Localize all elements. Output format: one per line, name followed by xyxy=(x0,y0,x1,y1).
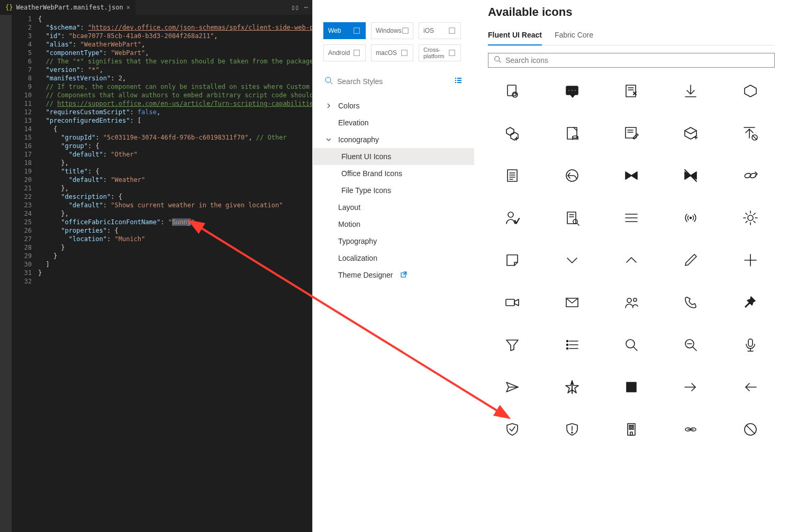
office-icon[interactable] xyxy=(622,420,641,439)
svg-point-56 xyxy=(508,212,513,217)
svg-point-80 xyxy=(627,298,631,302)
platform-tab-ios[interactable]: iOS xyxy=(419,22,461,39)
nav-item-localization[interactable]: Localization xyxy=(313,250,474,267)
platform-tab-crossplatform[interactable]: Cross- platform xyxy=(419,44,461,61)
send-icon[interactable] xyxy=(503,378,522,397)
svg-rect-24 xyxy=(626,85,636,97)
code-content[interactable]: { "$schema": "https://dev.office.com/jso… xyxy=(38,15,312,532)
video-icon[interactable] xyxy=(503,293,522,312)
tab-filename: WeatherWebPart.manifest.json xyxy=(16,4,123,11)
svg-rect-101 xyxy=(627,382,636,392)
list-icon[interactable] xyxy=(563,335,582,354)
upload-blocked-icon[interactable] xyxy=(741,124,760,143)
nav-item-theme-designer[interactable]: Theme Designer xyxy=(313,267,474,283)
platform-tab-macos[interactable]: macOS xyxy=(371,44,413,61)
svg-rect-94 xyxy=(748,339,753,346)
page-link-icon[interactable] xyxy=(503,81,522,100)
activity-feed-icon[interactable] xyxy=(563,81,582,100)
account-activity-icon[interactable] xyxy=(503,208,522,227)
tab-fluent-ui-react[interactable]: Fluent UI React xyxy=(488,27,542,45)
nav-item-motion[interactable]: Motion xyxy=(313,216,474,233)
page-search-icon[interactable] xyxy=(563,208,582,227)
phone-icon[interactable] xyxy=(681,293,700,312)
icon-grid xyxy=(488,79,775,441)
styles-search-input[interactable] xyxy=(337,77,450,86)
svg-point-85 xyxy=(566,344,568,346)
nav-item-layout[interactable]: Layout xyxy=(313,199,474,216)
svg-line-7 xyxy=(330,82,332,84)
forward-icon[interactable] xyxy=(681,378,700,397)
svg-point-65 xyxy=(690,217,692,219)
stop-solid-icon[interactable] xyxy=(622,378,641,397)
list-icon[interactable] xyxy=(454,76,463,87)
people-icon[interactable] xyxy=(622,293,641,312)
svg-rect-9 xyxy=(457,78,461,79)
package-add-icon[interactable] xyxy=(681,124,700,143)
svg-rect-112 xyxy=(632,428,633,429)
pinned-fill-icon[interactable] xyxy=(741,293,760,312)
split-editor-icon[interactable]: ▯▯ xyxy=(291,4,298,11)
styles-search[interactable] xyxy=(313,70,474,93)
text-document-icon[interactable] xyxy=(503,166,522,185)
mail-icon[interactable] xyxy=(563,293,582,312)
streaming-icon[interactable] xyxy=(681,208,700,227)
chevron-down-med-icon[interactable] xyxy=(563,251,582,270)
brightness-icon[interactable] xyxy=(741,208,760,227)
hexagon-icon[interactable] xyxy=(741,81,760,100)
svg-point-66 xyxy=(748,215,753,221)
nav-item-iconography[interactable]: Iconography xyxy=(313,131,474,148)
svg-rect-10 xyxy=(455,80,456,81)
nav-item-colors[interactable]: Colors xyxy=(313,97,474,114)
line-number-gutter: 1234567891011121314151617181920212223242… xyxy=(12,15,38,532)
filter-icon[interactable] xyxy=(503,335,522,354)
more-actions-icon[interactable]: ⋯ xyxy=(304,4,308,11)
sticky-note-icon[interactable] xyxy=(503,251,522,270)
zoom-out-icon[interactable] xyxy=(681,335,700,354)
nav-item-fluent-ui-icons[interactable]: Fluent UI Icons xyxy=(313,148,474,165)
page-data-icon[interactable] xyxy=(563,124,582,143)
svg-rect-2 xyxy=(449,28,455,34)
page-title: Available icons xyxy=(488,0,775,27)
shield-check-icon[interactable] xyxy=(503,420,522,439)
download-icon[interactable] xyxy=(681,81,700,100)
microphone-icon[interactable] xyxy=(741,335,760,354)
bow-tie-disabled-icon[interactable] xyxy=(681,166,700,185)
svg-rect-13 xyxy=(457,82,461,83)
svg-rect-4 xyxy=(402,50,407,56)
svg-rect-106 xyxy=(628,424,635,435)
platform-tab-windows[interactable]: Windows xyxy=(371,22,413,39)
build-queue-new-icon[interactable] xyxy=(503,124,522,143)
edit-icon[interactable] xyxy=(681,251,700,270)
svg-rect-111 xyxy=(629,428,631,429)
favorite-star-icon[interactable] xyxy=(563,378,582,397)
icon-search-input[interactable] xyxy=(505,56,769,65)
platform-tab-android[interactable]: Android xyxy=(323,44,366,61)
add-icon[interactable] xyxy=(741,251,760,270)
link-icon[interactable] xyxy=(681,420,700,439)
framework-tabs: Fluent UI ReactFabric Core xyxy=(488,27,775,45)
nav-item-office-brand-icons[interactable]: Office Brand Icons xyxy=(313,165,474,182)
icon-search[interactable] xyxy=(488,53,775,68)
shield-alert-icon[interactable] xyxy=(563,420,582,439)
nav-item-typography[interactable]: Typography xyxy=(313,233,474,250)
reply-alt-icon[interactable] xyxy=(563,166,582,185)
platform-tab-web[interactable]: Web xyxy=(323,22,366,39)
nav-item-file-type-icons[interactable]: File Type Icons xyxy=(313,182,474,199)
close-tab-icon[interactable]: × xyxy=(126,4,130,11)
double-chevron-link-icon[interactable] xyxy=(741,166,760,185)
svg-rect-5 xyxy=(449,50,455,56)
tab-fabric-core[interactable]: Fabric Core xyxy=(555,27,593,45)
editor-tab[interactable]: {} WeatherWebPart.manifest.json × xyxy=(0,0,135,15)
back-icon[interactable] xyxy=(741,378,760,397)
blocked-icon[interactable] xyxy=(741,420,760,439)
bow-tie-icon[interactable] xyxy=(622,166,641,185)
nav-item-elevation[interactable]: Elevation xyxy=(313,114,474,131)
global-nav-icon[interactable] xyxy=(622,208,641,227)
svg-rect-1 xyxy=(402,28,408,34)
search-icon[interactable] xyxy=(622,335,641,354)
svg-point-22 xyxy=(571,90,573,91)
svg-rect-8 xyxy=(455,78,456,79)
action-center-icon[interactable] xyxy=(622,81,641,100)
chevron-up-med-icon[interactable] xyxy=(622,251,641,270)
compose-form-icon[interactable] xyxy=(622,124,641,143)
